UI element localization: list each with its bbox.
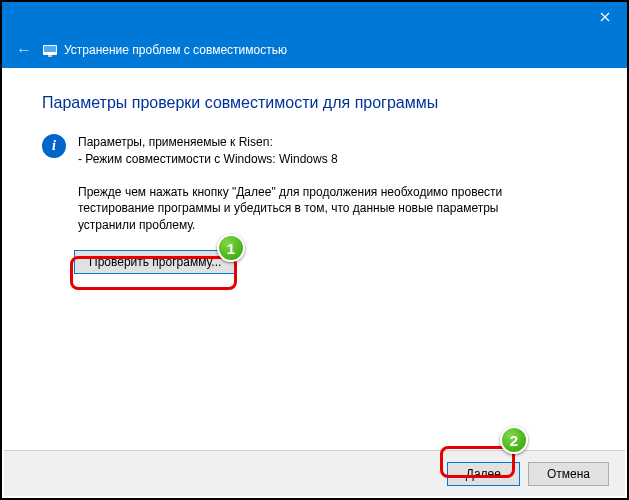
titlebar: [2, 2, 627, 32]
instruction-text: Прежде чем нажать кнопку "Далее" для про…: [78, 184, 508, 234]
test-button-container: Проверить программу...: [74, 250, 236, 274]
svg-rect-2: [48, 55, 52, 57]
window-title: Устранение проблем с совместимостью: [64, 43, 287, 57]
svg-rect-1: [44, 46, 56, 52]
info-line-2: - Режим совместимости с Windows: Windows…: [78, 151, 338, 168]
info-text: Параметры, применяемые к Risen: - Режим …: [78, 134, 338, 168]
back-arrow-icon[interactable]: ←: [16, 41, 32, 59]
info-icon: i: [42, 134, 66, 158]
footer-bar: Далее Отмена: [4, 450, 625, 496]
content-area: Параметры проверки совместимости для про…: [2, 68, 627, 284]
close-icon: [600, 12, 610, 22]
troubleshoot-icon: [42, 42, 58, 58]
page-heading: Параметры проверки совместимости для про…: [42, 94, 587, 112]
info-row: i Параметры, применяемые к Risen: - Режи…: [42, 134, 587, 168]
info-line-1: Параметры, применяемые к Risen:: [78, 134, 338, 151]
next-button[interactable]: Далее: [447, 462, 520, 486]
test-program-button[interactable]: Проверить программу...: [74, 250, 236, 274]
close-button[interactable]: [582, 2, 627, 32]
cancel-button[interactable]: Отмена: [528, 462, 609, 486]
header-bar: ← Устранение проблем с совместимостью: [2, 32, 627, 68]
